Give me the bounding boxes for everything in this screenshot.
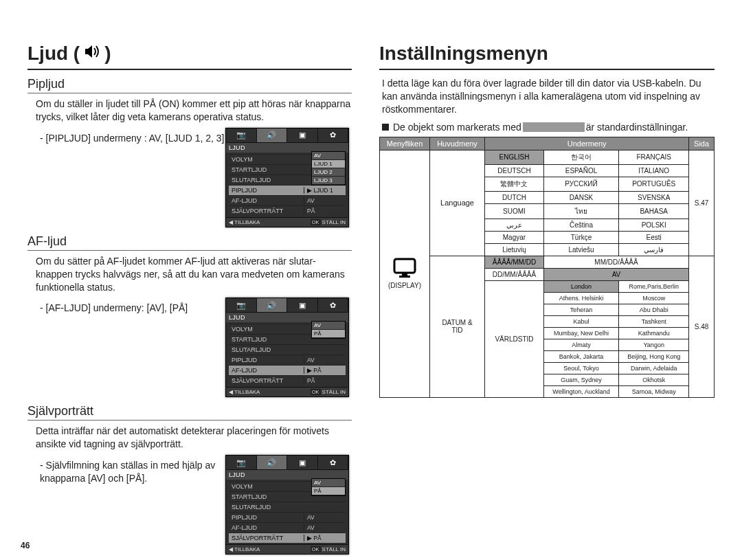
- table-head-row: Menyfliken Huvudmeny Undermeny Sida: [380, 137, 715, 150]
- bullet-square-icon: [382, 124, 389, 131]
- cam-row-label: SLUTARLJUD: [229, 504, 304, 511]
- language-option: 繁體中文: [485, 177, 544, 191]
- world-city: Moscow: [619, 292, 689, 304]
- cam-tab-settings-icon: ✿: [318, 456, 349, 469]
- th-sida: Sida: [689, 137, 715, 150]
- language-option: FRANÇAIS: [619, 150, 689, 164]
- cam-tab-display-icon: ▣: [287, 456, 318, 469]
- language-option: Čeština: [543, 219, 618, 231]
- cam-popup: AVPÅ: [311, 478, 346, 496]
- cam-tab-sound-icon: 🔊: [257, 128, 288, 142]
- bullet-post: är standardinställningar.: [586, 122, 688, 133]
- cam-tab-camera-icon: 📷: [226, 298, 257, 312]
- cam-menu-row: SJÄLVPORTRÄTT PÅ: [229, 375, 346, 385]
- world-city: Samoa, Midway: [619, 385, 689, 397]
- settings-table: Menyfliken Huvudmeny Undermeny Sida (DIS…: [379, 137, 715, 398]
- language-option: DEUTSCH: [485, 164, 544, 177]
- cam-row-label: PIPLJUD: [229, 514, 304, 521]
- cam-row-label: PIPLJUD: [229, 187, 304, 194]
- cam-tab-sound-icon: 🔊: [257, 298, 288, 312]
- language-option: ITALIANO: [619, 164, 689, 177]
- cam-row-label: AF-LJUD: [229, 367, 304, 374]
- popup-item: AV: [312, 479, 345, 487]
- right-title-text: Inställningsmenyn: [379, 43, 548, 65]
- language-option: Magyar: [485, 231, 544, 243]
- cam-tab-camera-icon: 📷: [226, 128, 257, 142]
- cam-tabs: 📷 🔊 ▣ ✿: [226, 128, 348, 143]
- cam-tabs: 📷 🔊 ▣ ✿: [226, 456, 348, 470]
- cam-footer-ok: OKSTÄLL IN: [311, 546, 346, 552]
- cam-tab-settings-icon: ✿: [318, 128, 349, 142]
- th-menyfliken: Menyfliken: [380, 137, 430, 150]
- cam-row-value: ▶ PÅ: [304, 367, 346, 374]
- th-huvudmeny: Huvudmeny: [429, 137, 484, 150]
- cam-row-value: PÅ: [304, 377, 346, 384]
- world-city: Teheran: [543, 304, 618, 315]
- display-label: (DISPLAY): [388, 282, 421, 289]
- language-option: Latviešu: [543, 243, 618, 256]
- cam-rows: VOLYM STARTLJUD SLUTARLJUD PIPLJUD ▶ LJU…: [226, 153, 348, 217]
- cam-rows: VOLYM STARTLJUD SLUTARLJUD PIPLJUD AV AF…: [226, 480, 348, 544]
- section-sub: - [AF-LJUD] undermeny: [AV], [PÅ]: [40, 302, 225, 315]
- world-city: Yangon: [619, 339, 689, 350]
- date-format: AV: [543, 268, 688, 280]
- cam-footer-ok: OKSTÄLL IN: [311, 389, 346, 395]
- world-city: Mumbay, New Delhi: [543, 327, 618, 339]
- popup-item: LJUD 3: [312, 177, 345, 185]
- bullet-pre: De objekt som markerats med: [393, 122, 521, 133]
- cam-menu-row: AF-LJUD ▶ PÅ: [229, 365, 346, 375]
- language-option: فارسي: [619, 243, 689, 256]
- world-city: Seoul, Tokyo: [543, 362, 618, 374]
- popup-item: PÅ: [312, 330, 345, 338]
- title-text-left: Ljud (: [27, 43, 80, 65]
- language-option: Lietuvių: [485, 243, 544, 256]
- cam-rows: VOLYM STARTLJUD SLUTARLJUD PIPLJUD AV AF…: [226, 322, 348, 387]
- cam-menu-row: SLUTARLJUD: [229, 502, 346, 512]
- world-city: Rome,Paris,Berlin: [619, 280, 689, 292]
- language-option: PORTUGUÊS: [619, 177, 689, 191]
- cam-tab-camera-icon: 📷: [226, 456, 257, 469]
- display-icon: [393, 258, 416, 281]
- world-city: Guam, Sydney: [543, 374, 618, 385]
- section-body: Om du sätter på AF-ljudet kommer AF-ljud…: [36, 255, 352, 294]
- cam-tab-sound-icon: 🔊: [257, 456, 288, 469]
- world-city: Tashkent: [619, 315, 689, 327]
- cam-menu-row: PIPLJUD AV: [229, 355, 346, 365]
- popup-item: AV: [312, 322, 345, 330]
- date-format: DD/MM/ÅÅÅÅ: [485, 268, 544, 280]
- date-format: ÅÅÅÅ/MM/DD: [485, 256, 544, 268]
- section-body: Om du ställer in ljudet till PÅ (ON) kom…: [36, 98, 352, 124]
- cam-row-value: AV: [304, 357, 346, 363]
- camera-menu-screenshot: 📷 🔊 ▣ ✿ LJUD VOLYM STARTLJUD SLUTARLJUD …: [225, 128, 349, 227]
- datum-tid-label: DATUM &TID: [429, 256, 484, 397]
- cam-row-value: AV: [304, 524, 346, 531]
- popup-item: LJUD 1: [312, 160, 345, 168]
- popup-item: PÅ: [312, 487, 345, 495]
- camera-menu-screenshot: 📷 🔊 ▣ ✿ LJUD VOLYM STARTLJUD SLUTARLJUD …: [225, 298, 349, 397]
- cam-footer-ok: OKSTÄLL IN: [311, 219, 346, 225]
- page-ref: S.47: [689, 150, 715, 256]
- cam-footer: ◀ TILLBAKA OKSTÄLL IN: [226, 217, 348, 227]
- cam-footer-back: ◀ TILLBAKA: [229, 219, 260, 225]
- table-row: (DISPLAY) LanguageENGLISH한국어FRANÇAISS.47: [380, 150, 715, 164]
- cam-tabs: 📷 🔊 ▣ ✿: [226, 298, 348, 313]
- language-option: 한국어: [543, 150, 618, 164]
- cam-menu-row: AF-LJUD AV: [229, 522, 346, 533]
- world-time-label: VÄRLDSTID: [485, 280, 544, 397]
- world-city: Darwin, Adelaida: [619, 362, 689, 374]
- language-option: ไทย: [543, 203, 618, 219]
- camera-menu-screenshot: 📷 🔊 ▣ ✿ LJUD VOLYM STARTLJUD SLUTARLJUD …: [225, 455, 349, 555]
- date-format: MM/DD/ÅÅÅÅ: [543, 256, 688, 268]
- cam-row-label: VOLYM: [229, 483, 304, 490]
- language-option: Türkçe: [543, 231, 618, 243]
- cam-menu-row: SJÄLVPORTRÄTT ▶ PÅ: [229, 533, 346, 543]
- language-option: РУССКИЙ: [543, 177, 618, 191]
- cam-footer-back: ◀ TILLBAKA: [229, 389, 260, 395]
- cam-popup: AVPÅ: [311, 321, 346, 339]
- cam-menu-row: SJÄLVPORTRÄTT PÅ: [229, 205, 346, 216]
- language-option: DANSK: [543, 191, 618, 203]
- language-label: Language: [429, 150, 484, 256]
- language-option: ESPAÑOL: [543, 164, 618, 177]
- cam-row-label: AF-LJUD: [229, 524, 304, 531]
- popup-item: LJUD 2: [312, 168, 345, 177]
